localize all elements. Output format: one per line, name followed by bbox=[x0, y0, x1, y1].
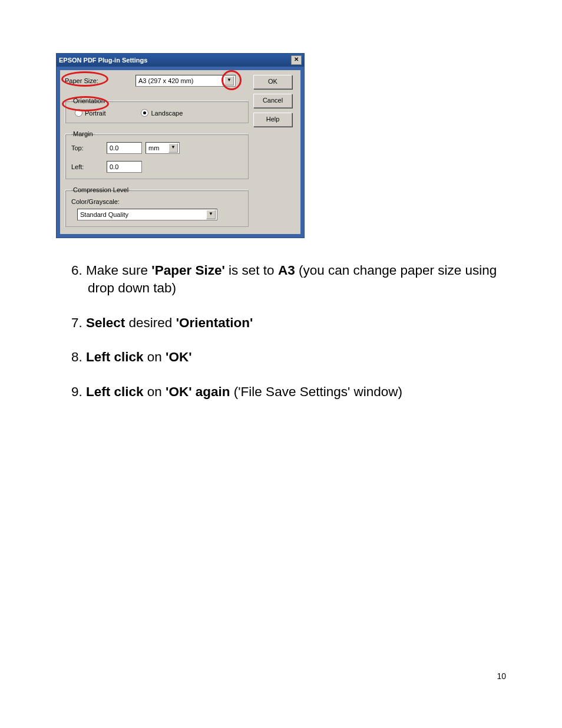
paper-size-value: A3 (297 x 420 mm) bbox=[138, 77, 194, 84]
step-6: 6. Make sure 'Paper Size' is set to A3 (… bbox=[56, 262, 506, 298]
compression-group: Compression Level Color/Grayscale: Stand… bbox=[65, 186, 249, 227]
step-7: 7. Select desired 'Orientation' bbox=[56, 314, 506, 332]
landscape-label: Landscape bbox=[151, 110, 183, 117]
close-icon[interactable]: ✕ bbox=[291, 55, 302, 65]
margin-left-label: Left: bbox=[71, 163, 107, 170]
page-number: 10 bbox=[497, 671, 506, 681]
step-9: 9. Left click on 'OK' again ('File Save … bbox=[56, 383, 506, 401]
orientation-legend: Orientation bbox=[71, 97, 107, 104]
margin-top-label: Top: bbox=[71, 144, 107, 151]
chevron-down-icon: ▼ bbox=[224, 76, 234, 85]
chevron-down-icon: ▼ bbox=[206, 210, 216, 219]
dialog-window: EPSON PDF Plug-in Settings ✕ Paper Size:… bbox=[56, 53, 305, 238]
margin-legend: Margin bbox=[71, 130, 95, 137]
paper-size-label: Paper Size: bbox=[65, 77, 118, 84]
titlebar: EPSON PDF Plug-in Settings ✕ bbox=[57, 54, 304, 67]
radio-icon bbox=[75, 109, 82, 117]
margin-left-input[interactable]: 0.0 bbox=[107, 161, 142, 173]
landscape-radio[interactable]: Landscape bbox=[141, 109, 183, 117]
compression-dropdown[interactable]: Standard Quality ▼ bbox=[77, 209, 217, 220]
color-grayscale-label: Color/Grayscale: bbox=[71, 198, 242, 205]
margin-top-input[interactable]: 0.0 bbox=[107, 142, 142, 154]
radio-icon bbox=[141, 109, 148, 117]
dialog-title: EPSON PDF Plug-in Settings bbox=[59, 57, 147, 64]
margin-unit-dropdown[interactable]: mm ▼ bbox=[146, 142, 180, 154]
paper-size-dropdown[interactable]: A3 (297 x 420 mm) ▼ bbox=[135, 75, 236, 87]
compression-value: Standard Quality bbox=[80, 211, 128, 218]
portrait-radio[interactable]: Portrait bbox=[75, 109, 105, 117]
margin-group: Margin Top: 0.0 mm ▼ Left: 0.0 bbox=[65, 130, 249, 179]
portrait-label: Portrait bbox=[85, 110, 105, 117]
compression-legend: Compression Level bbox=[71, 186, 130, 193]
help-button[interactable]: Help bbox=[253, 113, 292, 127]
margin-unit-value: mm bbox=[148, 144, 159, 151]
chevron-down-icon: ▼ bbox=[168, 143, 178, 153]
orientation-group: Orientation Portrait Landscape bbox=[65, 97, 249, 123]
step-8: 8. Left click on 'OK' bbox=[56, 348, 506, 366]
ok-button[interactable]: OK bbox=[253, 75, 292, 89]
cancel-button[interactable]: Cancel bbox=[253, 94, 292, 108]
instructions-list: 6. Make sure 'Paper Size' is set to A3 (… bbox=[56, 262, 506, 401]
